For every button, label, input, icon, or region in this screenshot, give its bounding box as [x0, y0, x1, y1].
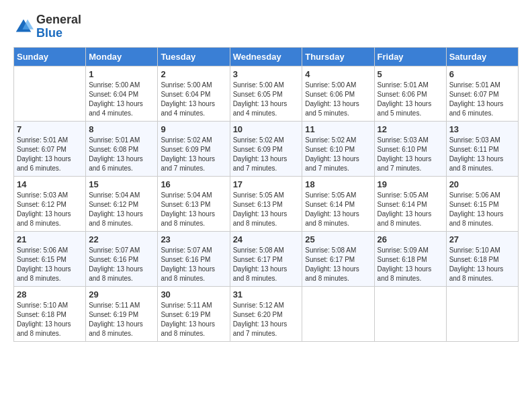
day-number: 16	[161, 179, 226, 189]
logo-icon	[13, 17, 34, 37]
calendar-cell: 13Sunrise: 5:03 AM Sunset: 6:11 PM Dayli…	[446, 121, 518, 176]
day-info: Sunrise: 5:09 AM Sunset: 6:18 PM Dayligh…	[378, 246, 443, 283]
day-info: Sunrise: 5:10 AM Sunset: 6:18 PM Dayligh…	[17, 301, 83, 338]
day-number: 14	[17, 179, 83, 189]
day-info: Sunrise: 5:02 AM Sunset: 6:10 PM Dayligh…	[305, 136, 371, 173]
day-info: Sunrise: 5:11 AM Sunset: 6:19 PM Dayligh…	[89, 301, 154, 338]
calendar-cell: 5Sunrise: 5:01 AM Sunset: 6:06 PM Daylig…	[374, 66, 446, 121]
weekday-header-sunday: Sunday	[14, 47, 86, 66]
day-number: 13	[449, 124, 515, 134]
day-number: 4	[305, 69, 371, 79]
calendar-week-row: 28Sunrise: 5:10 AM Sunset: 6:18 PM Dayli…	[14, 286, 519, 341]
day-info: Sunrise: 5:05 AM Sunset: 6:14 PM Dayligh…	[378, 191, 443, 228]
calendar-cell: 2Sunrise: 5:00 AM Sunset: 6:04 PM Daylig…	[158, 66, 230, 121]
calendar-cell	[14, 66, 86, 121]
weekday-header-tuesday: Tuesday	[158, 47, 230, 66]
day-number: 1	[89, 69, 154, 79]
day-number: 18	[305, 179, 371, 189]
day-info: Sunrise: 5:03 AM Sunset: 6:11 PM Dayligh…	[449, 136, 515, 173]
calendar-cell: 26Sunrise: 5:09 AM Sunset: 6:18 PM Dayli…	[374, 231, 446, 286]
day-info: Sunrise: 5:06 AM Sunset: 6:15 PM Dayligh…	[17, 246, 83, 283]
day-number: 21	[17, 234, 83, 244]
calendar-cell: 27Sunrise: 5:10 AM Sunset: 6:18 PM Dayli…	[446, 231, 518, 286]
calendar-cell: 16Sunrise: 5:04 AM Sunset: 6:13 PM Dayli…	[158, 176, 230, 231]
calendar-cell: 25Sunrise: 5:08 AM Sunset: 6:17 PM Dayli…	[302, 231, 374, 286]
calendar-week-row: 1Sunrise: 5:00 AM Sunset: 6:04 PM Daylig…	[14, 66, 519, 121]
logo-text: General Blue	[36, 13, 81, 40]
day-number: 5	[378, 69, 443, 79]
day-number: 20	[449, 179, 515, 189]
calendar-week-row: 14Sunrise: 5:03 AM Sunset: 6:12 PM Dayli…	[14, 176, 519, 231]
calendar-cell: 28Sunrise: 5:10 AM Sunset: 6:18 PM Dayli…	[14, 286, 86, 341]
weekday-header-friday: Friday	[374, 47, 446, 66]
day-info: Sunrise: 5:00 AM Sunset: 6:04 PM Dayligh…	[89, 81, 154, 118]
day-info: Sunrise: 5:04 AM Sunset: 6:12 PM Dayligh…	[89, 191, 154, 228]
calendar-cell	[446, 286, 518, 341]
day-number: 24	[233, 234, 300, 244]
day-number: 7	[17, 124, 83, 134]
day-info: Sunrise: 5:07 AM Sunset: 6:16 PM Dayligh…	[89, 246, 154, 283]
logo: General Blue	[13, 13, 81, 40]
day-info: Sunrise: 5:07 AM Sunset: 6:16 PM Dayligh…	[161, 246, 226, 283]
weekday-header-monday: Monday	[86, 47, 158, 66]
day-number: 27	[449, 234, 515, 244]
calendar-cell: 11Sunrise: 5:02 AM Sunset: 6:10 PM Dayli…	[302, 121, 374, 176]
day-info: Sunrise: 5:01 AM Sunset: 6:07 PM Dayligh…	[449, 81, 515, 118]
day-info: Sunrise: 5:01 AM Sunset: 6:06 PM Dayligh…	[378, 81, 443, 118]
day-info: Sunrise: 5:03 AM Sunset: 6:10 PM Dayligh…	[378, 136, 443, 173]
day-info: Sunrise: 5:04 AM Sunset: 6:13 PM Dayligh…	[161, 191, 226, 228]
day-number: 23	[161, 234, 226, 244]
day-number: 8	[89, 124, 154, 134]
day-number: 11	[305, 124, 371, 134]
calendar-cell: 18Sunrise: 5:05 AM Sunset: 6:14 PM Dayli…	[302, 176, 374, 231]
calendar-cell: 9Sunrise: 5:02 AM Sunset: 6:09 PM Daylig…	[158, 121, 230, 176]
day-info: Sunrise: 5:06 AM Sunset: 6:15 PM Dayligh…	[449, 191, 515, 228]
calendar-cell: 17Sunrise: 5:05 AM Sunset: 6:13 PM Dayli…	[230, 176, 302, 231]
calendar-cell: 29Sunrise: 5:11 AM Sunset: 6:19 PM Dayli…	[86, 286, 158, 341]
calendar-cell: 12Sunrise: 5:03 AM Sunset: 6:10 PM Dayli…	[374, 121, 446, 176]
calendar-cell: 6Sunrise: 5:01 AM Sunset: 6:07 PM Daylig…	[446, 66, 518, 121]
day-number: 26	[378, 234, 443, 244]
day-info: Sunrise: 5:00 AM Sunset: 6:06 PM Dayligh…	[305, 81, 371, 118]
day-info: Sunrise: 5:11 AM Sunset: 6:19 PM Dayligh…	[161, 301, 226, 338]
day-info: Sunrise: 5:01 AM Sunset: 6:07 PM Dayligh…	[17, 136, 83, 173]
weekday-header-saturday: Saturday	[446, 47, 518, 66]
calendar-week-row: 7Sunrise: 5:01 AM Sunset: 6:07 PM Daylig…	[14, 121, 519, 176]
calendar-cell: 7Sunrise: 5:01 AM Sunset: 6:07 PM Daylig…	[14, 121, 86, 176]
day-number: 19	[378, 179, 443, 189]
calendar-table: SundayMondayTuesdayWednesdayThursdayFrid…	[13, 47, 519, 342]
calendar-cell: 23Sunrise: 5:07 AM Sunset: 6:16 PM Dayli…	[158, 231, 230, 286]
day-number: 6	[449, 69, 515, 79]
calendar-cell: 30Sunrise: 5:11 AM Sunset: 6:19 PM Dayli…	[158, 286, 230, 341]
day-number: 17	[233, 179, 300, 189]
day-info: Sunrise: 5:02 AM Sunset: 6:09 PM Dayligh…	[233, 136, 300, 173]
day-info: Sunrise: 5:12 AM Sunset: 6:20 PM Dayligh…	[233, 301, 300, 338]
calendar-cell: 8Sunrise: 5:01 AM Sunset: 6:08 PM Daylig…	[86, 121, 158, 176]
day-info: Sunrise: 5:08 AM Sunset: 6:17 PM Dayligh…	[305, 246, 371, 283]
day-info: Sunrise: 5:03 AM Sunset: 6:12 PM Dayligh…	[17, 191, 83, 228]
day-number: 25	[305, 234, 371, 244]
calendar-cell: 21Sunrise: 5:06 AM Sunset: 6:15 PM Dayli…	[14, 231, 86, 286]
calendar-cell	[374, 286, 446, 341]
day-info: Sunrise: 5:05 AM Sunset: 6:13 PM Dayligh…	[233, 191, 300, 228]
day-number: 10	[233, 124, 300, 134]
day-info: Sunrise: 5:01 AM Sunset: 6:08 PM Dayligh…	[89, 136, 154, 173]
calendar-cell: 15Sunrise: 5:04 AM Sunset: 6:12 PM Dayli…	[86, 176, 158, 231]
day-info: Sunrise: 5:08 AM Sunset: 6:17 PM Dayligh…	[233, 246, 300, 283]
calendar-cell: 20Sunrise: 5:06 AM Sunset: 6:15 PM Dayli…	[446, 176, 518, 231]
day-info: Sunrise: 5:05 AM Sunset: 6:14 PM Dayligh…	[305, 191, 371, 228]
calendar-cell: 19Sunrise: 5:05 AM Sunset: 6:14 PM Dayli…	[374, 176, 446, 231]
calendar-cell: 10Sunrise: 5:02 AM Sunset: 6:09 PM Dayli…	[230, 121, 302, 176]
calendar-week-row: 21Sunrise: 5:06 AM Sunset: 6:15 PM Dayli…	[14, 231, 519, 286]
calendar-cell: 3Sunrise: 5:00 AM Sunset: 6:05 PM Daylig…	[230, 66, 302, 121]
weekday-header-thursday: Thursday	[302, 47, 374, 66]
day-number: 22	[89, 234, 154, 244]
day-info: Sunrise: 5:00 AM Sunset: 6:05 PM Dayligh…	[233, 81, 300, 118]
calendar-cell: 22Sunrise: 5:07 AM Sunset: 6:16 PM Dayli…	[86, 231, 158, 286]
calendar-header-row: SundayMondayTuesdayWednesdayThursdayFrid…	[14, 47, 519, 66]
calendar-cell: 14Sunrise: 5:03 AM Sunset: 6:12 PM Dayli…	[14, 176, 86, 231]
calendar-cell: 1Sunrise: 5:00 AM Sunset: 6:04 PM Daylig…	[86, 66, 158, 121]
day-number: 30	[161, 289, 226, 300]
day-info: Sunrise: 5:10 AM Sunset: 6:18 PM Dayligh…	[449, 246, 515, 283]
calendar-cell: 24Sunrise: 5:08 AM Sunset: 6:17 PM Dayli…	[230, 231, 302, 286]
